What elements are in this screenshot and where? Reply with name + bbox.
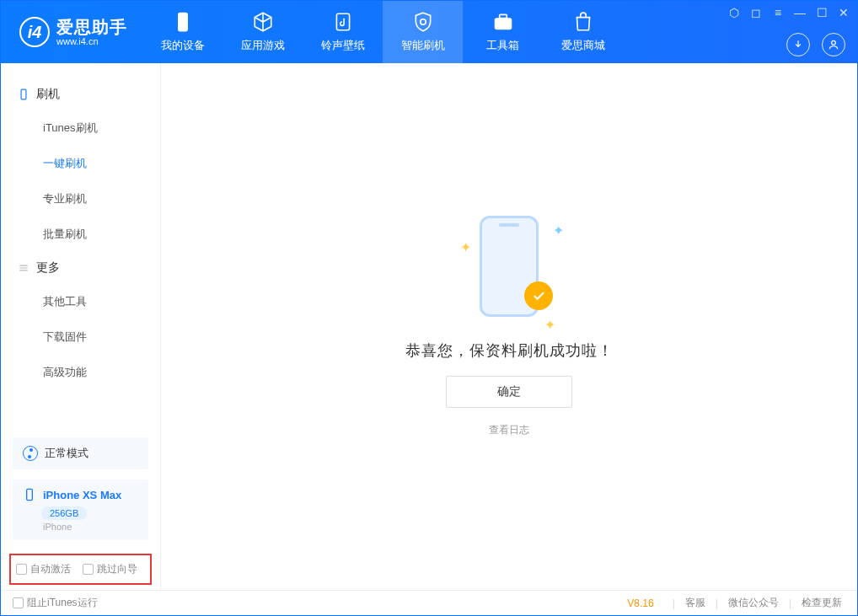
device-info-box[interactable]: iPhone XS Max 256GB iPhone — [13, 479, 148, 540]
device-row: iPhone XS Max — [23, 488, 138, 501]
app-logo-icon: i4 — [19, 17, 50, 47]
svg-rect-3 — [499, 14, 507, 18]
sidebar-item-pro-flash[interactable]: 专业刷机 — [1, 181, 160, 217]
window-controls: ⬡ ◻ ≡ — ☐ ✕ — [727, 6, 850, 19]
toolbox-icon — [492, 11, 514, 33]
sparkle-icon: ✦ — [460, 239, 467, 246]
separator: | — [782, 597, 798, 609]
main-content: ✦ ✦ ✦ 恭喜您，保资料刷机成功啦！ 确定 查看日志 — [161, 63, 857, 590]
svg-point-4 — [832, 40, 836, 45]
shopping-bag-icon — [572, 11, 594, 33]
shirt-icon[interactable]: ⬡ — [727, 6, 741, 19]
main-nav: 我的设备 应用游戏 铃声壁纸 智能刷机 工具箱 爱思商城 — [142, 1, 623, 63]
nav-my-device[interactable]: 我的设备 — [142, 1, 223, 63]
phone-icon — [172, 11, 194, 33]
view-log-link[interactable]: 查看日志 — [489, 423, 529, 437]
footer-link-support[interactable]: 客服 — [682, 596, 709, 610]
success-check-badge-icon — [524, 281, 553, 310]
svg-rect-2 — [495, 19, 512, 29]
status-bar: 阻止iTunes运行 V8.16 | 客服 | 微信公众号 | 检查更新 — [1, 590, 857, 615]
nav-mall[interactable]: 爱思商城 — [543, 1, 623, 63]
close-button[interactable]: ✕ — [837, 6, 850, 19]
checkbox-block-itunes[interactable]: 阻止iTunes运行 — [13, 596, 98, 610]
sidebar-item-advanced[interactable]: 高级功能 — [1, 355, 160, 390]
music-file-icon — [332, 11, 354, 33]
capacity-pill: 256GB — [41, 506, 87, 520]
account-button[interactable] — [822, 33, 845, 56]
sidebar-section-flash: 刷机 — [1, 78, 160, 110]
footer-link-wechat[interactable]: 微信公众号 — [725, 596, 782, 610]
menu-icon[interactable]: ≡ — [771, 6, 785, 19]
nav-label: 智能刷机 — [401, 38, 445, 53]
sidebar: 刷机 iTunes刷机 一键刷机 专业刷机 批量刷机 更多 其他工具 下载固件 … — [1, 63, 161, 590]
phone-outline-icon — [18, 88, 29, 100]
section-title: 更多 — [36, 260, 60, 276]
nav-apps-games[interactable]: 应用游戏 — [223, 1, 303, 63]
feedback-icon[interactable]: ◻ — [749, 6, 763, 19]
checkbox-skip-guide[interactable]: 跳过向导 — [83, 562, 137, 576]
nav-label: 铃声壁纸 — [321, 38, 365, 53]
section-title: 刷机 — [36, 87, 60, 102]
shield-refresh-icon — [412, 11, 434, 33]
nav-label: 爱思商城 — [561, 38, 605, 53]
footer-link-check-update[interactable]: 检查更新 — [798, 596, 845, 610]
nav-label: 我的设备 — [161, 38, 205, 53]
app-header: i4 爱思助手 www.i4.cn 我的设备 应用游戏 铃声壁纸 智能刷机 工具… — [1, 1, 857, 63]
checkbox-icon — [13, 597, 24, 608]
checkbox-label: 阻止iTunes运行 — [27, 596, 98, 610]
checkbox-label: 自动激活 — [30, 562, 71, 576]
checkbox-icon — [83, 564, 94, 575]
separator: | — [666, 597, 682, 609]
minimize-button[interactable]: — — [793, 6, 807, 19]
nav-smart-flash[interactable]: 智能刷机 — [383, 1, 463, 63]
mode-label: 正常模式 — [45, 446, 88, 461]
device-icon — [23, 488, 36, 501]
logo-area: i4 爱思助手 www.i4.cn — [1, 17, 142, 47]
nav-toolbox[interactable]: 工具箱 — [463, 1, 543, 63]
sidebar-section-more: 更多 — [1, 252, 160, 284]
normal-mode-icon — [23, 446, 38, 461]
sidebar-item-itunes-flash[interactable]: iTunes刷机 — [1, 110, 160, 146]
version-label: V8.16 — [627, 597, 653, 609]
download-button[interactable] — [786, 33, 810, 56]
header-right-actions — [786, 33, 845, 56]
app-title: 爱思助手 — [56, 18, 127, 36]
app-subtitle: www.i4.cn — [56, 36, 127, 46]
success-message: 恭喜您，保资料刷机成功啦！ — [405, 340, 614, 361]
nav-ringtones-wallpapers[interactable]: 铃声壁纸 — [303, 1, 383, 63]
sparkle-icon: ✦ — [544, 317, 551, 324]
logo-text: 爱思助手 www.i4.cn — [56, 18, 127, 46]
confirm-button[interactable]: 确定 — [446, 376, 572, 408]
separator: | — [709, 597, 725, 609]
device-mode-box[interactable]: 正常模式 — [13, 437, 148, 469]
success-illustration: ✦ ✦ ✦ — [458, 216, 560, 325]
sidebar-item-oneclick-flash[interactable]: 一键刷机 — [1, 146, 160, 181]
cube-icon — [252, 11, 274, 33]
svg-rect-5 — [21, 89, 26, 99]
sparkle-icon: ✦ — [553, 222, 560, 229]
svg-rect-0 — [178, 13, 187, 31]
checkbox-label: 跳过向导 — [97, 562, 137, 576]
device-name: iPhone XS Max — [43, 489, 121, 501]
svg-rect-6 — [27, 489, 33, 500]
checkbox-icon — [16, 564, 27, 575]
activation-options-highlighted: 自动激活 跳过向导 — [9, 554, 152, 585]
nav-label: 应用游戏 — [241, 38, 285, 53]
sidebar-item-batch-flash[interactable]: 批量刷机 — [1, 217, 160, 252]
maximize-button[interactable]: ☐ — [815, 6, 829, 19]
device-type: iPhone — [43, 522, 138, 532]
svg-rect-1 — [336, 13, 349, 30]
sidebar-item-other-tools[interactable]: 其他工具 — [1, 284, 160, 319]
app-body: 刷机 iTunes刷机 一键刷机 专业刷机 批量刷机 更多 其他工具 下载固件 … — [1, 63, 857, 590]
sidebar-item-download-firmware[interactable]: 下载固件 — [1, 319, 160, 355]
checkbox-auto-activate[interactable]: 自动激活 — [16, 562, 71, 576]
menu-lines-icon — [18, 262, 29, 274]
nav-label: 工具箱 — [486, 38, 519, 53]
